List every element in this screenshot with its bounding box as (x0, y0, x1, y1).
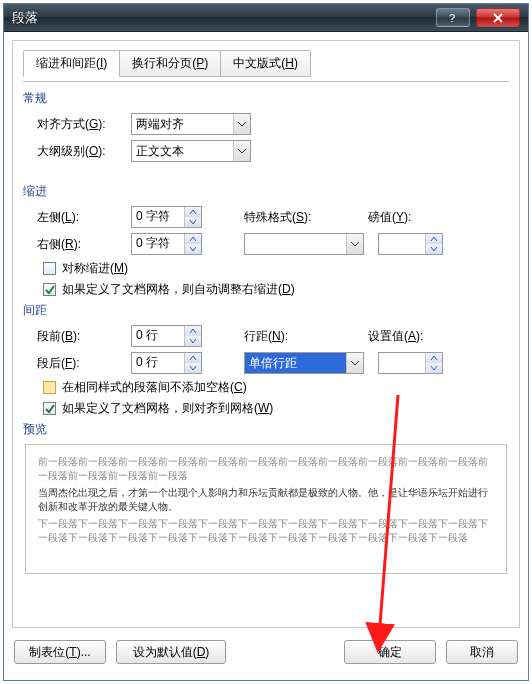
spin-down-icon[interactable] (426, 244, 442, 254)
mirror-indent-checkbox[interactable] (43, 262, 56, 275)
nospace-checkbox[interactable] (43, 381, 56, 394)
align-label: 对齐方式(G): (37, 116, 131, 133)
align-combo[interactable]: 两端对齐 (131, 113, 251, 135)
tabs-button[interactable]: 制表位(T)... (14, 640, 106, 664)
special-combo[interactable] (244, 233, 364, 255)
after-label: 段后(F): (37, 355, 131, 372)
chevron-down-icon (233, 141, 250, 161)
spin-up-icon[interactable] (185, 234, 201, 244)
by-spinner[interactable] (378, 233, 443, 255)
spin-down-icon[interactable] (185, 363, 201, 373)
svg-text:?: ? (449, 12, 455, 24)
indent-right-spinner[interactable]: 0 字符 (131, 233, 202, 255)
spin-down-icon[interactable] (185, 217, 201, 227)
chevron-down-icon (233, 114, 250, 134)
before-label: 段前(B): (37, 328, 131, 345)
after-spinner[interactable]: 0 行 (131, 352, 202, 374)
button-bar: 制表位(T)... 设为默认值(D) 确定 取消 (12, 632, 520, 672)
tab-cjk[interactable]: 中文版式(H) (220, 50, 311, 77)
setat-label: 设置值(A): (368, 328, 423, 345)
indent-left-label: 左侧(L): (37, 209, 131, 226)
close-button[interactable] (476, 8, 520, 27)
section-preview: 预览 (23, 421, 509, 438)
outline-combo[interactable]: 正文文本 (131, 140, 251, 162)
linespace-combo[interactable]: 单倍行距 (244, 352, 364, 374)
chevron-down-icon (346, 234, 363, 254)
section-indent: 缩进 (23, 183, 509, 200)
spin-down-icon[interactable] (185, 336, 201, 346)
help-icon: ? (447, 12, 459, 24)
chevron-down-icon (346, 353, 363, 373)
cancel-button[interactable]: 取消 (446, 640, 518, 664)
spin-down-icon[interactable] (185, 244, 201, 254)
tab-bar: 缩进和间距(I) 换行和分页(P) 中文版式(H) (23, 49, 509, 76)
ok-button[interactable]: 确定 (344, 640, 436, 664)
default-button[interactable]: 设为默认值(D) (116, 640, 226, 664)
tab-pagination[interactable]: 换行和分页(P) (119, 50, 221, 77)
spin-down-icon[interactable] (426, 363, 442, 373)
before-spinner[interactable]: 0 行 (131, 325, 202, 347)
auto-adjust-checkbox[interactable] (43, 283, 56, 296)
spin-up-icon[interactable] (185, 326, 201, 336)
special-label: 特殊格式(S): (244, 209, 338, 226)
titlebar: 段落 ? (4, 4, 528, 32)
tab-indent-spacing[interactable]: 缩进和间距(I) (23, 50, 120, 77)
linespace-label: 行距(N): (244, 328, 338, 345)
spin-up-icon[interactable] (426, 234, 442, 244)
indent-left-spinner[interactable]: 0 字符 (131, 206, 202, 228)
snapgrid-checkbox[interactable] (43, 402, 56, 415)
preview-filler-after: 下一段落下一段落下一段落下一段落下一段落下一段落下一段落下一段落下一段落下一段落… (38, 517, 494, 544)
help-button[interactable]: ? (436, 8, 470, 27)
preview-box: 前一段落前一段落前一段落前一段落前一段落前一段落前一段落前一段落前一段落前一段落… (25, 444, 507, 574)
snapgrid-label: 如果定义了文档网格，则对齐到网格(W) (62, 400, 273, 417)
spin-up-icon[interactable] (426, 353, 442, 363)
mirror-indent-label: 对称缩进(M) (62, 260, 128, 277)
outline-label: 大纲级别(O): (37, 143, 131, 160)
auto-adjust-label: 如果定义了文档网格，则自动调整右缩进(D) (62, 281, 295, 298)
indent-right-label: 右侧(R): (37, 236, 131, 253)
preview-filler-before: 前一段落前一段落前一段落前一段落前一段落前一段落前一段落前一段落前一段落前一段落… (38, 455, 494, 482)
by-label: 磅值(Y): (368, 209, 411, 226)
spin-up-icon[interactable] (185, 207, 201, 217)
window-title: 段落 (12, 9, 38, 27)
spin-up-icon[interactable] (185, 353, 201, 363)
setat-spinner[interactable] (378, 352, 443, 374)
nospace-label: 在相同样式的段落间不添加空格(C) (62, 379, 247, 396)
section-spacing: 间距 (23, 302, 509, 319)
preview-sample: 当周杰伦出现之后，才第一个出现个人影响力和乐坛贡献都是极致的人物。他，是让华语乐… (38, 486, 494, 513)
section-general: 常规 (23, 90, 509, 107)
close-icon (492, 12, 504, 24)
